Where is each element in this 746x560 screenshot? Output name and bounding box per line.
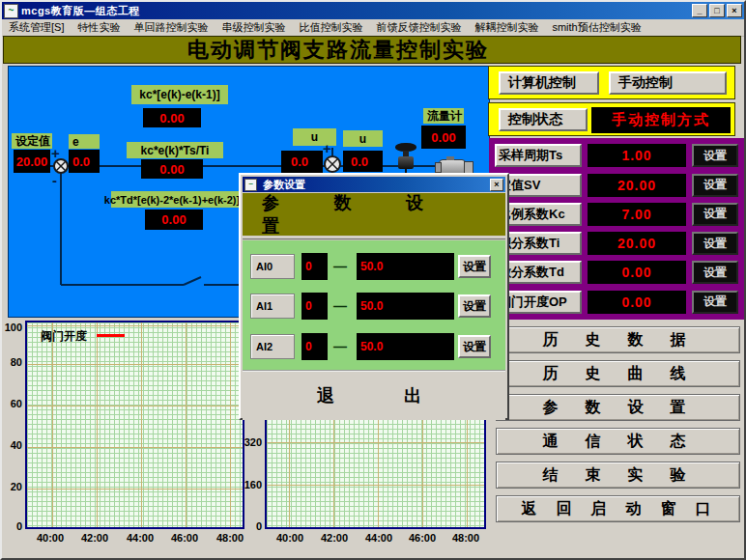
communication-status-button[interactable]: 通 信 状 态: [496, 428, 740, 455]
dialog-app-icon: ~: [244, 179, 257, 191]
menu-cascade[interactable]: 串级控制实验: [215, 19, 292, 36]
right-x-tick-3: 46:00: [404, 532, 441, 544]
history-data-button[interactable]: 历 史 数 据: [496, 326, 740, 353]
ai0-set-button[interactable]: 设置: [458, 255, 491, 278]
i-term-label: kc*e(k)*Ts/Ti: [127, 142, 223, 158]
ai2-set-button[interactable]: 设置: [458, 335, 491, 358]
parameter-panel: 采样周期Ts 1.00 设置 定值SV 20.00 设置 比例系数Kc 7.00…: [489, 138, 744, 320]
dialog-body: AI0 0 — 50.0 设置 AI1 0 — 50.0 设置 AI2 0 — …: [243, 238, 505, 372]
ai2-high-display: 50.0: [357, 333, 454, 360]
d-term-value-display: 0.00: [145, 210, 203, 230]
menu-feedforward[interactable]: 前馈反馈控制实验: [369, 19, 468, 36]
parameter-dialog: ~ 参数设置 × 参 数 设 置 AI0 0 — 50.0 设置 AI1 0 —…: [239, 173, 509, 420]
param-row-kc: 比例系数Kc 7.00 设置: [495, 203, 738, 226]
ai2-dash: —: [333, 339, 351, 354]
param-value-op: 0.00: [588, 291, 686, 314]
minimize-button[interactable]: _: [692, 4, 707, 17]
dialog-close-button[interactable]: ×: [490, 179, 503, 191]
navigation-buttons: 历 史 数 据 历 史 曲 线 参 数 设 置 通 信 状 态 结 束 实 验 …: [496, 326, 740, 522]
d-term-label: kc*Td*[e(k)-2*e(k-1)+e(k-2)]/Ts: [111, 191, 247, 208]
menu-characteristic[interactable]: 特性实验: [71, 19, 127, 36]
param-value-ts: 1.00: [588, 144, 686, 167]
dialog-row-ai1: AI1 0 — 50.0 设置: [243, 293, 505, 320]
close-button[interactable]: ×: [727, 4, 742, 17]
ai0-label: AI0: [250, 254, 295, 279]
return-start-window-button[interactable]: 返 回 启 动 窗 口: [496, 495, 740, 522]
param-set-button-ts[interactable]: 设置: [692, 144, 738, 167]
right-x-tick-1: 42:00: [316, 532, 353, 544]
ai0-low-display: 0: [301, 253, 328, 280]
u1-value-display: 0.0: [281, 151, 323, 173]
param-value-td: 0.00: [588, 261, 686, 284]
right-x-tick-2: 44:00: [360, 532, 397, 544]
i-term-value-display: 0.00: [141, 159, 203, 179]
right-y-tick-320: 320: [242, 436, 262, 448]
status-group: 控制状态 手动控制方式: [488, 102, 735, 136]
dialog-title: 参数设置: [263, 178, 305, 192]
flowmeter-label: 流量计: [423, 108, 464, 124]
left-x-tick-4: 48:00: [212, 532, 248, 544]
menu-ratio[interactable]: 比值控制实验: [292, 19, 369, 36]
ai1-set-button[interactable]: 设置: [458, 294, 491, 318]
left-y-tick-0: 0: [2, 520, 22, 532]
left-y-tick-100: 100: [2, 322, 22, 333]
main-window: ~ mcgs教育版—组态工程 _ □ × 系统管理[S] 特性实验 单回路控制实…: [0, 0, 746, 560]
flowmeter-value-display: 0.00: [421, 126, 466, 149]
menu-system[interactable]: 系统管理[S]: [2, 19, 71, 36]
param-set-button-td[interactable]: 设置: [692, 261, 738, 284]
right-x-tick-0: 40:00: [272, 532, 308, 544]
page-title: 电动调节阀支路流量控制实验: [187, 36, 489, 65]
history-curve-button[interactable]: 历 史 曲 线: [496, 360, 740, 387]
left-x-tick-2: 44:00: [122, 532, 158, 544]
param-set-button-op[interactable]: 设置: [692, 291, 738, 314]
param-value-kc: 7.00: [588, 203, 686, 226]
ai0-high-display: 50.0: [357, 253, 454, 280]
param-row-op: 阀门开度OP 0.00 设置: [495, 291, 738, 314]
menu-bar: 系统管理[S] 特性实验 单回路控制实验 串级控制实验 比值控制实验 前馈反馈控…: [2, 19, 744, 37]
left-y-tick-60: 60: [2, 398, 22, 409]
ai1-low-display: 0: [301, 293, 328, 320]
left-trend-chart: [25, 321, 244, 529]
left-chart-legend-label: 阀门开度: [41, 328, 87, 345]
menu-smith[interactable]: smith预估控制实验: [545, 19, 647, 36]
setpoint-label: 设定值: [12, 133, 52, 149]
left-x-tick-0: 40:00: [32, 532, 69, 544]
setpoint-value-display: 20.00: [14, 150, 50, 173]
end-experiment-button[interactable]: 结 束 实 验: [496, 462, 740, 489]
menu-single-loop[interactable]: 单回路控制实验: [127, 19, 215, 36]
parameter-setting-button[interactable]: 参 数 设 置: [496, 394, 740, 421]
dialog-exit-button[interactable]: 退 出: [288, 383, 461, 408]
menu-decoupling[interactable]: 解耦控制实验: [468, 19, 545, 36]
ai2-low-display: 0: [301, 333, 328, 360]
param-row-sv: 定值SV 20.00 设置: [495, 174, 738, 197]
dialog-row-ai0: AI0 0 — 50.0 设置: [243, 253, 505, 280]
p-term-value-display: 0.00: [143, 108, 201, 127]
param-set-button-sv[interactable]: 设置: [692, 174, 738, 197]
dialog-header: 参 数 设 置: [243, 193, 505, 236]
dialog-row-ai2: AI2 0 — 50.0 设置: [243, 333, 505, 360]
ai2-label: AI2: [250, 334, 295, 359]
left-x-tick-3: 46:00: [166, 532, 203, 544]
error-value-display: 0.0: [69, 150, 100, 173]
left-chart-legend-line: [97, 334, 125, 337]
p-term-label: kc*[e(k)-e(k-1)]: [131, 85, 228, 104]
dialog-footer: 退 出: [243, 370, 505, 420]
dialog-titlebar[interactable]: ~ 参数设置 ×: [243, 177, 505, 192]
computer-control-button[interactable]: 计算机控制: [499, 71, 599, 95]
control-status-display: 手动控制方式: [591, 107, 731, 133]
right-y-tick-160: 160: [242, 479, 262, 490]
left-y-tick-40: 40: [2, 439, 22, 451]
left-y-tick-20: 20: [2, 481, 22, 492]
left-x-tick-1: 42:00: [76, 532, 113, 544]
app-icon: ~: [4, 4, 18, 18]
param-set-button-ti[interactable]: 设置: [692, 232, 738, 255]
sum1-minus-sign: -: [52, 176, 57, 185]
param-row-ti: 积分系数Ti 20.00 设置: [495, 232, 738, 255]
manual-control-button[interactable]: 手动控制: [609, 71, 727, 95]
window-titlebar: ~ mcgs教育版—组态工程 _ □ ×: [2, 2, 744, 19]
param-set-button-kc[interactable]: 设置: [692, 203, 738, 226]
param-label-ts: 采样周期Ts: [495, 144, 582, 167]
restore-button[interactable]: □: [709, 4, 725, 17]
param-value-sv: 20.00: [588, 174, 686, 197]
sum2-plus-sign: +: [323, 144, 331, 154]
